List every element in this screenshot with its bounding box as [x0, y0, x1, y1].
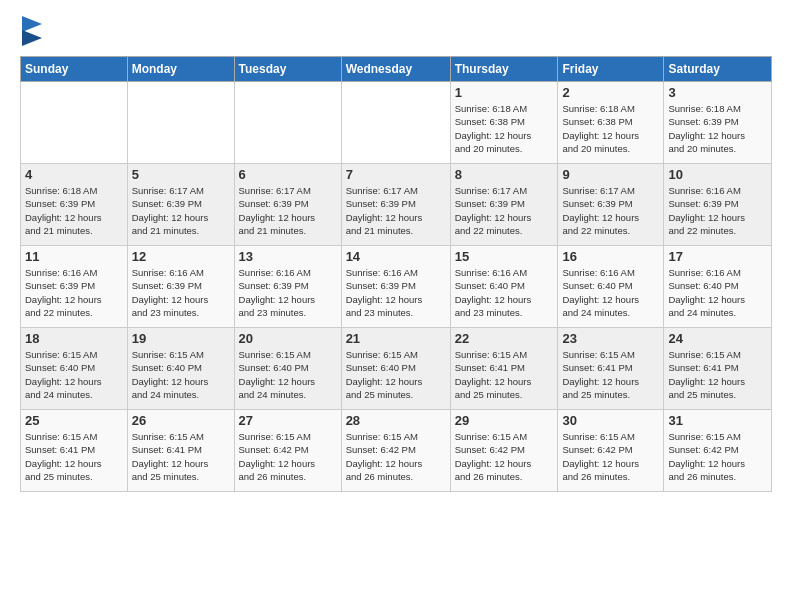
calendar-cell: 12Sunrise: 6:16 AMSunset: 6:39 PMDayligh…	[127, 246, 234, 328]
day-info: Sunrise: 6:18 AMSunset: 6:38 PMDaylight:…	[562, 102, 659, 155]
weekday-header: Tuesday	[234, 57, 341, 82]
weekday-header: Friday	[558, 57, 664, 82]
calendar-cell: 7Sunrise: 6:17 AMSunset: 6:39 PMDaylight…	[341, 164, 450, 246]
day-number: 18	[25, 331, 123, 346]
day-info: Sunrise: 6:18 AMSunset: 6:38 PMDaylight:…	[455, 102, 554, 155]
calendar-week-row: 4Sunrise: 6:18 AMSunset: 6:39 PMDaylight…	[21, 164, 772, 246]
header	[20, 16, 772, 46]
calendar-cell: 11Sunrise: 6:16 AMSunset: 6:39 PMDayligh…	[21, 246, 128, 328]
day-number: 3	[668, 85, 767, 100]
day-info: Sunrise: 6:15 AMSunset: 6:40 PMDaylight:…	[346, 348, 446, 401]
day-info: Sunrise: 6:17 AMSunset: 6:39 PMDaylight:…	[562, 184, 659, 237]
day-info: Sunrise: 6:16 AMSunset: 6:39 PMDaylight:…	[668, 184, 767, 237]
day-info: Sunrise: 6:16 AMSunset: 6:39 PMDaylight:…	[239, 266, 337, 319]
day-number: 16	[562, 249, 659, 264]
calendar-cell: 22Sunrise: 6:15 AMSunset: 6:41 PMDayligh…	[450, 328, 558, 410]
day-info: Sunrise: 6:16 AMSunset: 6:40 PMDaylight:…	[562, 266, 659, 319]
calendar-cell: 15Sunrise: 6:16 AMSunset: 6:40 PMDayligh…	[450, 246, 558, 328]
day-number: 25	[25, 413, 123, 428]
logo	[20, 16, 42, 46]
day-number: 1	[455, 85, 554, 100]
calendar-cell: 10Sunrise: 6:16 AMSunset: 6:39 PMDayligh…	[664, 164, 772, 246]
calendar-cell	[127, 82, 234, 164]
day-number: 30	[562, 413, 659, 428]
day-info: Sunrise: 6:15 AMSunset: 6:41 PMDaylight:…	[562, 348, 659, 401]
day-info: Sunrise: 6:15 AMSunset: 6:40 PMDaylight:…	[25, 348, 123, 401]
calendar-cell: 29Sunrise: 6:15 AMSunset: 6:42 PMDayligh…	[450, 410, 558, 492]
day-number: 9	[562, 167, 659, 182]
day-info: Sunrise: 6:15 AMSunset: 6:42 PMDaylight:…	[562, 430, 659, 483]
calendar-cell: 16Sunrise: 6:16 AMSunset: 6:40 PMDayligh…	[558, 246, 664, 328]
day-info: Sunrise: 6:16 AMSunset: 6:39 PMDaylight:…	[25, 266, 123, 319]
calendar-cell: 19Sunrise: 6:15 AMSunset: 6:40 PMDayligh…	[127, 328, 234, 410]
calendar-cell: 6Sunrise: 6:17 AMSunset: 6:39 PMDaylight…	[234, 164, 341, 246]
day-number: 21	[346, 331, 446, 346]
day-number: 14	[346, 249, 446, 264]
calendar-cell: 30Sunrise: 6:15 AMSunset: 6:42 PMDayligh…	[558, 410, 664, 492]
day-number: 23	[562, 331, 659, 346]
day-number: 5	[132, 167, 230, 182]
day-info: Sunrise: 6:15 AMSunset: 6:41 PMDaylight:…	[668, 348, 767, 401]
day-info: Sunrise: 6:15 AMSunset: 6:41 PMDaylight:…	[25, 430, 123, 483]
day-number: 11	[25, 249, 123, 264]
day-info: Sunrise: 6:15 AMSunset: 6:42 PMDaylight:…	[239, 430, 337, 483]
day-info: Sunrise: 6:15 AMSunset: 6:42 PMDaylight:…	[346, 430, 446, 483]
day-info: Sunrise: 6:18 AMSunset: 6:39 PMDaylight:…	[668, 102, 767, 155]
day-info: Sunrise: 6:18 AMSunset: 6:39 PMDaylight:…	[25, 184, 123, 237]
day-number: 12	[132, 249, 230, 264]
calendar-header-row: SundayMondayTuesdayWednesdayThursdayFrid…	[21, 57, 772, 82]
day-info: Sunrise: 6:15 AMSunset: 6:40 PMDaylight:…	[132, 348, 230, 401]
day-info: Sunrise: 6:16 AMSunset: 6:40 PMDaylight:…	[455, 266, 554, 319]
day-number: 24	[668, 331, 767, 346]
day-number: 19	[132, 331, 230, 346]
day-number: 15	[455, 249, 554, 264]
calendar-cell	[234, 82, 341, 164]
day-info: Sunrise: 6:17 AMSunset: 6:39 PMDaylight:…	[132, 184, 230, 237]
day-number: 17	[668, 249, 767, 264]
day-number: 20	[239, 331, 337, 346]
day-info: Sunrise: 6:16 AMSunset: 6:40 PMDaylight:…	[668, 266, 767, 319]
day-info: Sunrise: 6:15 AMSunset: 6:40 PMDaylight:…	[239, 348, 337, 401]
day-number: 13	[239, 249, 337, 264]
day-info: Sunrise: 6:15 AMSunset: 6:42 PMDaylight:…	[455, 430, 554, 483]
calendar-cell	[341, 82, 450, 164]
day-number: 10	[668, 167, 767, 182]
day-info: Sunrise: 6:17 AMSunset: 6:39 PMDaylight:…	[346, 184, 446, 237]
day-info: Sunrise: 6:15 AMSunset: 6:42 PMDaylight:…	[668, 430, 767, 483]
calendar-cell: 14Sunrise: 6:16 AMSunset: 6:39 PMDayligh…	[341, 246, 450, 328]
day-number: 22	[455, 331, 554, 346]
calendar-cell: 8Sunrise: 6:17 AMSunset: 6:39 PMDaylight…	[450, 164, 558, 246]
day-number: 6	[239, 167, 337, 182]
logo-icon	[22, 16, 42, 46]
weekday-header: Monday	[127, 57, 234, 82]
calendar-week-row: 1Sunrise: 6:18 AMSunset: 6:38 PMDaylight…	[21, 82, 772, 164]
calendar-cell: 26Sunrise: 6:15 AMSunset: 6:41 PMDayligh…	[127, 410, 234, 492]
calendar-cell: 3Sunrise: 6:18 AMSunset: 6:39 PMDaylight…	[664, 82, 772, 164]
calendar-cell: 2Sunrise: 6:18 AMSunset: 6:38 PMDaylight…	[558, 82, 664, 164]
weekday-header: Thursday	[450, 57, 558, 82]
calendar-cell: 24Sunrise: 6:15 AMSunset: 6:41 PMDayligh…	[664, 328, 772, 410]
day-number: 28	[346, 413, 446, 428]
calendar-cell: 18Sunrise: 6:15 AMSunset: 6:40 PMDayligh…	[21, 328, 128, 410]
calendar-week-row: 25Sunrise: 6:15 AMSunset: 6:41 PMDayligh…	[21, 410, 772, 492]
calendar-cell: 31Sunrise: 6:15 AMSunset: 6:42 PMDayligh…	[664, 410, 772, 492]
day-number: 26	[132, 413, 230, 428]
calendar-cell: 17Sunrise: 6:16 AMSunset: 6:40 PMDayligh…	[664, 246, 772, 328]
calendar-cell: 21Sunrise: 6:15 AMSunset: 6:40 PMDayligh…	[341, 328, 450, 410]
day-info: Sunrise: 6:16 AMSunset: 6:39 PMDaylight:…	[346, 266, 446, 319]
day-info: Sunrise: 6:17 AMSunset: 6:39 PMDaylight:…	[239, 184, 337, 237]
day-number: 31	[668, 413, 767, 428]
day-number: 4	[25, 167, 123, 182]
svg-marker-1	[22, 30, 42, 46]
day-number: 27	[239, 413, 337, 428]
day-info: Sunrise: 6:15 AMSunset: 6:41 PMDaylight:…	[455, 348, 554, 401]
svg-marker-0	[22, 16, 42, 32]
calendar-cell: 25Sunrise: 6:15 AMSunset: 6:41 PMDayligh…	[21, 410, 128, 492]
calendar-week-row: 18Sunrise: 6:15 AMSunset: 6:40 PMDayligh…	[21, 328, 772, 410]
calendar-cell: 5Sunrise: 6:17 AMSunset: 6:39 PMDaylight…	[127, 164, 234, 246]
day-number: 29	[455, 413, 554, 428]
calendar-cell: 27Sunrise: 6:15 AMSunset: 6:42 PMDayligh…	[234, 410, 341, 492]
page: SundayMondayTuesdayWednesdayThursdayFrid…	[0, 0, 792, 612]
calendar-cell: 9Sunrise: 6:17 AMSunset: 6:39 PMDaylight…	[558, 164, 664, 246]
calendar-week-row: 11Sunrise: 6:16 AMSunset: 6:39 PMDayligh…	[21, 246, 772, 328]
